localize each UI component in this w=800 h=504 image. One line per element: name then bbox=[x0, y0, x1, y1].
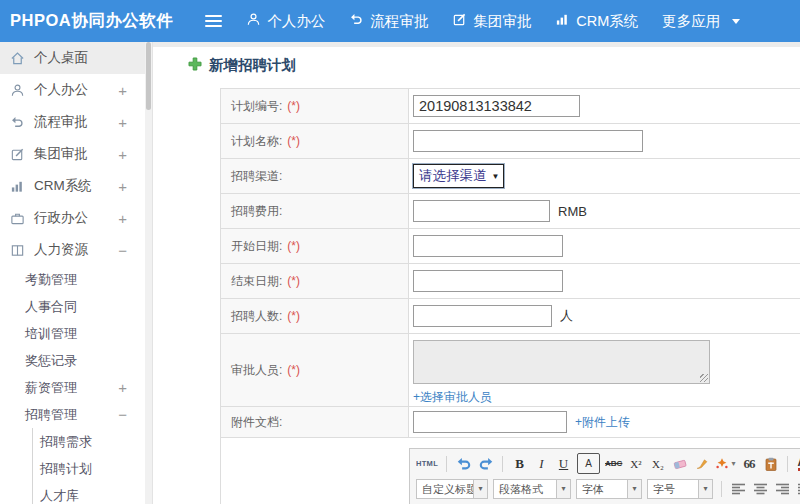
cost-unit: RMB bbox=[558, 204, 587, 219]
sidebar-item-group-approval[interactable]: 集团审批 + bbox=[0, 138, 145, 170]
sidebar-item-recruit-demand[interactable]: 招聘需求 bbox=[33, 428, 145, 455]
paste-icon[interactable] bbox=[762, 454, 779, 473]
format-brush-icon[interactable] bbox=[693, 454, 710, 473]
paragraph-format-dropdown[interactable]: 段落格式▾ bbox=[493, 479, 571, 499]
eraser-icon[interactable] bbox=[671, 454, 688, 473]
headcount-unit: 人 bbox=[560, 307, 573, 325]
plan-name-input[interactable] bbox=[413, 130, 643, 152]
main-content: 新增招聘计划 计划编号:(*) 计划名称:(*) 招聘渠道: 请选择渠道 ▼ 招… bbox=[153, 42, 800, 504]
scrollbar-thumb[interactable] bbox=[146, 42, 151, 110]
align-justify-icon[interactable] bbox=[796, 479, 800, 498]
sidebar-item-hr-contract[interactable]: 人事合同 bbox=[0, 293, 145, 320]
sidebar-item-admin-office[interactable]: 行政办公 + bbox=[0, 202, 145, 234]
sidebar-item-label: 考勤管理 bbox=[25, 271, 145, 289]
autotypeset-icon[interactable]: ▾ bbox=[715, 454, 735, 473]
plan-no-input[interactable] bbox=[413, 95, 580, 117]
sidebar-item-label: 人才库 bbox=[40, 487, 79, 504]
sidebar-item-workflow[interactable]: 流程审批 + bbox=[0, 106, 145, 138]
sidebar-item-crm[interactable]: CRM系统 + bbox=[0, 170, 145, 202]
italic-button[interactable]: I bbox=[533, 454, 550, 473]
sidebar-item-desktop[interactable]: 个人桌面 bbox=[0, 42, 145, 74]
sidebar-item-attendance[interactable]: 考勤管理 bbox=[0, 266, 145, 293]
align-right-icon[interactable] bbox=[774, 479, 791, 498]
expand-icon[interactable]: + bbox=[118, 114, 127, 131]
sidebar-item-rewards[interactable]: 奖惩记录 bbox=[0, 347, 145, 374]
superscript-button[interactable]: X² bbox=[627, 454, 644, 473]
topnav-group-approval[interactable]: 集团审批 bbox=[452, 12, 531, 31]
strikethrough-button[interactable]: ABC bbox=[605, 454, 622, 473]
form-row-start-date: 开始日期:(*) bbox=[221, 229, 800, 264]
font-family-dropdown[interactable]: 字体▾ bbox=[576, 479, 642, 499]
sidebar-item-salary[interactable]: 薪资管理+ bbox=[0, 374, 145, 401]
topnav-workflow-approval[interactable]: 流程审批 bbox=[349, 12, 428, 31]
chevron-down-icon bbox=[732, 19, 740, 24]
blockquote-button[interactable]: 66 bbox=[740, 454, 757, 473]
redo-button[interactable] bbox=[477, 454, 494, 473]
cost-input[interactable] bbox=[413, 200, 550, 222]
start-date-input[interactable] bbox=[413, 235, 563, 257]
html-source-button[interactable]: HTML bbox=[416, 454, 438, 473]
form-row-approver: 审批人员:(*) +选择审批人员 bbox=[221, 334, 800, 407]
select-approver-link[interactable]: +选择审批人员 bbox=[413, 389, 492, 406]
sidebar-item-label: 个人桌面 bbox=[34, 49, 145, 67]
topbar: PHPOA协同办公软件 个人办公 流程审批 集团审批 CRM系统 更多应用 bbox=[0, 0, 800, 42]
channel-select[interactable]: 请选择渠道 ▼ bbox=[413, 164, 504, 188]
topnav-more-apps[interactable]: 更多应用 bbox=[662, 12, 740, 31]
expand-icon[interactable]: + bbox=[118, 210, 127, 227]
attachment-upload-link[interactable]: +附件上传 bbox=[575, 414, 630, 431]
person-icon bbox=[10, 83, 25, 98]
align-left-icon[interactable] bbox=[730, 479, 747, 498]
sidebar-item-hr[interactable]: 人力资源 − bbox=[0, 234, 145, 266]
hamburger-menu-icon[interactable] bbox=[205, 12, 222, 30]
font-size-dropdown[interactable]: 字号▾ bbox=[647, 479, 713, 499]
sidebar-item-label: 行政办公 bbox=[34, 209, 118, 227]
collapse-icon[interactable]: − bbox=[118, 406, 127, 423]
attachment-input[interactable] bbox=[413, 411, 567, 433]
expand-icon[interactable]: + bbox=[118, 379, 127, 396]
custom-title-dropdown[interactable]: 自定义标题▾ bbox=[416, 479, 488, 499]
subscript-button[interactable]: X₂ bbox=[649, 454, 666, 473]
field-label: 招聘费用: bbox=[231, 203, 282, 220]
workflow-icon bbox=[10, 115, 25, 130]
form-row-plan-name: 计划名称:(*) bbox=[221, 124, 800, 159]
dropdown-caret-icon: ▾ bbox=[698, 480, 712, 498]
topnav-label: CRM系统 bbox=[576, 12, 638, 31]
field-label: 结束日期: bbox=[231, 273, 282, 290]
resize-grip-icon[interactable] bbox=[700, 374, 708, 382]
sidebar-item-training[interactable]: 培训管理 bbox=[0, 320, 145, 347]
sidebar-item-recruit-plan[interactable]: 招聘计划 bbox=[33, 455, 145, 482]
expand-icon[interactable]: + bbox=[118, 146, 127, 163]
topnav-personal-office[interactable]: 个人办公 bbox=[246, 12, 325, 31]
dropdown-caret-icon: ▾ bbox=[627, 480, 641, 498]
topnav-crm[interactable]: CRM系统 bbox=[555, 12, 638, 31]
content-top-strip bbox=[153, 42, 800, 47]
sidebar-item-label: 人力资源 bbox=[34, 241, 118, 259]
sidebar-scrollbar[interactable] bbox=[145, 42, 153, 504]
undo-button[interactable] bbox=[455, 454, 472, 473]
sidebar-item-talent-pool[interactable]: 人才库 bbox=[33, 482, 145, 504]
expand-icon[interactable]: + bbox=[118, 178, 127, 195]
person-icon bbox=[246, 12, 261, 30]
approver-textarea[interactable] bbox=[413, 340, 710, 384]
expand-icon[interactable]: + bbox=[118, 82, 127, 99]
sidebar-item-recruit-mgmt[interactable]: 招聘管理− bbox=[0, 401, 145, 428]
form-row-channel: 招聘渠道: 请选择渠道 ▼ bbox=[221, 159, 800, 194]
end-date-input[interactable] bbox=[413, 270, 563, 292]
sidebar-item-label: 流程审批 bbox=[34, 113, 118, 131]
bold-button[interactable]: B bbox=[511, 454, 528, 473]
field-label: 附件文档: bbox=[231, 414, 282, 431]
collapse-icon[interactable]: − bbox=[118, 242, 127, 259]
dropdown-caret-icon: ▾ bbox=[731, 459, 735, 468]
editor-toolbar: HTML B I U A ABC X² X₂ ▾ bbox=[410, 449, 800, 504]
dropdown-label: 自定义标题 bbox=[417, 480, 473, 498]
sidebar-item-personal-office[interactable]: 个人办公 + bbox=[0, 74, 145, 106]
char-border-button[interactable]: A bbox=[577, 453, 600, 474]
headcount-input[interactable] bbox=[413, 305, 552, 327]
topnav-label: 集团审批 bbox=[473, 12, 531, 31]
form-row-end-date: 结束日期:(*) bbox=[221, 264, 800, 299]
required-mark: (*) bbox=[287, 99, 300, 113]
underline-button[interactable]: U bbox=[555, 454, 572, 473]
app-logo: PHPOA协同办公软件 bbox=[10, 10, 173, 32]
font-color-button[interactable]: A▾ bbox=[796, 454, 800, 473]
align-center-icon[interactable] bbox=[752, 479, 769, 498]
